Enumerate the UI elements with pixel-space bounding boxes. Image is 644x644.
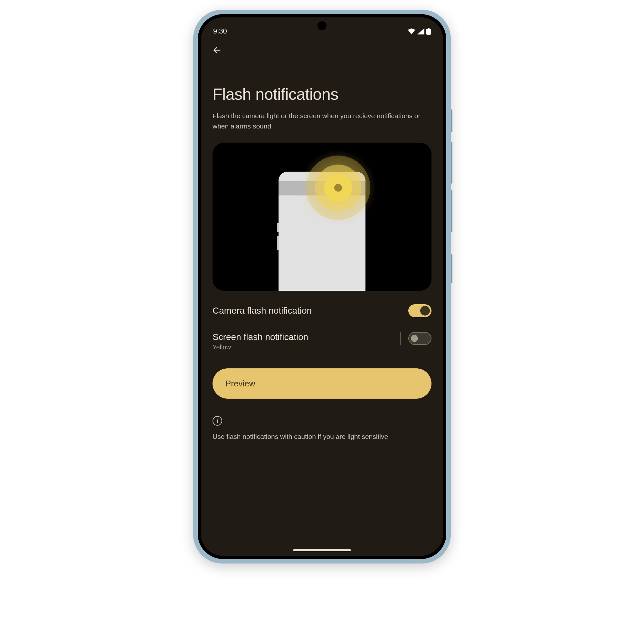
app-bar	[201, 37, 443, 57]
info-section: i Use flash notifications with caution i…	[213, 416, 431, 442]
camera-flash-label: Camera flash notification	[213, 306, 312, 316]
info-text: Use flash notifications with caution if …	[213, 431, 431, 442]
page-subtitle: Flash the camera light or the screen whe…	[213, 111, 431, 131]
screen-flash-toggle[interactable]	[408, 332, 431, 345]
front-camera-notch	[317, 21, 327, 30]
back-button[interactable]	[210, 43, 224, 57]
phone-bezel: 9:30 Flash	[198, 14, 446, 559]
gesture-handle[interactable]	[293, 549, 351, 551]
wifi-icon	[408, 28, 415, 34]
volume-up-button	[451, 142, 452, 184]
side-button	[451, 109, 452, 132]
screen-flash-sublabel: Yellow	[213, 344, 308, 351]
camera-flash-setting[interactable]: Camera flash notification	[213, 304, 431, 317]
status-time: 9:30	[213, 27, 227, 35]
screen-flash-label: Screen flash notification	[213, 332, 308, 342]
screen: 9:30 Flash	[201, 17, 443, 556]
screen-flash-setting[interactable]: Screen flash notification Yellow	[213, 332, 431, 351]
vertical-divider	[400, 332, 401, 345]
battery-icon	[426, 28, 431, 35]
cellular-signal-icon	[417, 28, 424, 34]
phone-frame: 9:30 Flash	[193, 10, 451, 563]
svg-rect-1	[426, 29, 431, 35]
info-icon: i	[213, 416, 222, 426]
preview-button-label: Preview	[225, 379, 255, 389]
content-area: Flash notifications Flash the camera lig…	[201, 57, 443, 556]
volume-down-button	[451, 190, 452, 232]
illustration-card	[213, 143, 431, 291]
preview-button[interactable]: Preview	[213, 368, 431, 399]
svg-rect-0	[428, 28, 430, 29]
camera-flash-toggle[interactable]	[408, 304, 431, 317]
page-title: Flash notifications	[213, 85, 431, 104]
power-button	[451, 254, 452, 283]
